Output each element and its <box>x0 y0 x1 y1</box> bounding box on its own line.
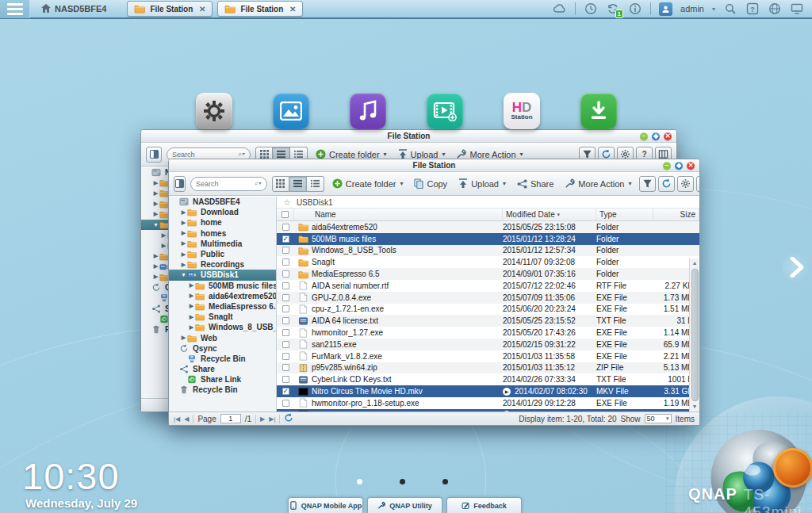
tree-item-download[interactable]: ▶Download <box>169 207 276 217</box>
help-icon[interactable]: ? <box>745 2 760 16</box>
expand-right-icon[interactable]: ▶ <box>152 211 159 217</box>
file-row[interactable]: AIDA 64 license.txt2015/05/25 23:15:52TX… <box>277 315 699 327</box>
dock-button-qnap-utility[interactable]: QNAP Utility <box>367 497 442 513</box>
expand-down-icon[interactable]: ▼ <box>152 222 159 228</box>
close-button[interactable]: ✕ <box>664 132 672 140</box>
file-name[interactable]: AIDA serial number.rtf <box>312 281 503 290</box>
column-name[interactable]: Name <box>312 209 503 220</box>
tree-item-share[interactable]: Share <box>169 364 276 374</box>
view-list-button[interactable] <box>289 176 307 192</box>
file-row[interactable]: AIDA serial number.rtf2015/07/12 22:02:4… <box>277 280 699 292</box>
file-row[interactable]: cpu-z_1.72.1-en.exe2015/06/20 20:23:24EX… <box>277 304 699 316</box>
file-name[interactable]: Nitro Circus The Movie HD.mkv <box>312 387 503 396</box>
file-name[interactable]: MediaEspresso 6.5 <box>312 270 503 278</box>
expand-right-icon[interactable]: ▶ <box>180 209 187 216</box>
file-name[interactable]: hwmonitor_1.27.exe <box>312 328 503 337</box>
file-name[interactable]: hwmonitor-pro_1.18-setup.exe <box>312 399 503 408</box>
row-checkbox[interactable] <box>282 317 289 324</box>
user-menu-caret-icon[interactable]: ▾ <box>712 6 715 13</box>
tree-item-recycle-bin[interactable]: Recycle Bin <box>169 385 276 395</box>
front-window-titlebar[interactable]: File Station − ◆ ✕ <box>169 159 699 172</box>
play-icon[interactable]: ▶ <box>503 388 511 396</box>
expand-right-icon[interactable]: ▶ <box>180 240 187 247</box>
next-page-icon[interactable]: ▶ <box>260 415 265 423</box>
file-name[interactable]: san2115.exe <box>312 340 503 349</box>
first-page-icon[interactable]: |◀ <box>174 415 180 423</box>
row-checkbox[interactable] <box>282 258 289 266</box>
expand-right-icon[interactable]: ▶ <box>180 251 187 258</box>
file-row[interactable]: ✓Nitro Circus The Movie HD.mkv▶2014/02/0… <box>277 385 699 397</box>
expand-right-icon[interactable]: ▶ <box>180 262 187 268</box>
vertical-scrollbar[interactable]: ▲ ▼ <box>689 258 699 412</box>
scroll-up-icon[interactable]: ▲ <box>692 258 698 268</box>
search-box[interactable]: ⌕▾ <box>190 177 267 191</box>
expand-right-icon[interactable]: ▶ <box>180 230 187 236</box>
tab-file-station-1[interactable]: File Station✕ <box>127 1 213 17</box>
search-filter-icon[interactable]: ⌕▾ <box>238 150 245 159</box>
file-row[interactable]: CyberLink CD Keys.txt2014/02/26 07:33:34… <box>277 373 699 385</box>
tree-item-usbdisk1[interactable]: ▼USBDisk1 <box>169 270 276 280</box>
minimize-button[interactable]: − <box>640 132 648 140</box>
expand-right-icon[interactable]: ▶ <box>188 282 195 289</box>
tab-close-icon[interactable]: ✕ <box>289 5 296 13</box>
file-row[interactable]: san2115.exe2015/02/15 09:31:22EXE File65… <box>277 339 699 350</box>
file-name[interactable]: CyberLink CD Keys.txt <box>312 375 503 384</box>
upload-button[interactable]: Upload▾ <box>455 175 509 193</box>
language-icon[interactable] <box>768 2 782 16</box>
sidebar-toggle-button[interactable] <box>174 176 186 192</box>
pager-dot-3[interactable] <box>442 479 448 484</box>
pager-dot-1[interactable] <box>357 479 362 484</box>
file-row[interactable]: GPU-Z.0.8.4.exe2015/07/09 11:35:06EXE Fi… <box>277 292 699 304</box>
background-task-icon[interactable] <box>584 2 598 16</box>
page-size-select[interactable]: 50▾ <box>645 414 672 423</box>
tab-file-station-2[interactable]: File Station✕ <box>217 1 303 17</box>
desktop-icon-photo-station[interactable] <box>273 93 309 129</box>
filter-button[interactable] <box>639 176 656 192</box>
column-size[interactable]: Size <box>653 209 699 220</box>
row-checkbox[interactable] <box>282 294 289 301</box>
close-button[interactable]: ✕ <box>687 162 695 170</box>
maximize-button[interactable]: ◆ <box>652 132 660 140</box>
row-checkbox[interactable]: ✓ <box>282 235 289 243</box>
expand-right-icon[interactable]: ▶ <box>152 190 159 197</box>
desktop-icon-hd-station[interactable]: HDStation <box>504 93 540 129</box>
dock-button-feedback[interactable]: Feedback <box>446 497 522 513</box>
column-modified[interactable]: Modified Date ▾ <box>503 209 596 220</box>
back-window-titlebar[interactable]: File Station − ◆ ✕ <box>141 130 676 143</box>
row-checkbox[interactable]: ✓ <box>282 388 289 395</box>
file-row[interactable]: Windows_8_USB_Tools2015/01/12 12:57:34Fo… <box>277 245 699 257</box>
create-folder-button[interactable]: Create folder▾ <box>329 175 407 193</box>
user-avatar[interactable] <box>659 2 672 16</box>
help-button[interactable]: ? <box>696 176 700 192</box>
tree-item-home[interactable]: ▶home <box>169 217 276 228</box>
tab-close-icon[interactable]: ✕ <box>199 5 205 13</box>
favorite-star-icon[interactable]: ☆ <box>283 197 291 208</box>
dock-button-qnap-mobile-app[interactable]: QNAP Mobile App <box>288 497 363 513</box>
tree-item-web[interactable]: ▶Web <box>169 332 276 343</box>
expand-right-icon[interactable]: ▶ <box>160 243 167 249</box>
view-detail-button[interactable] <box>307 176 324 192</box>
more-action-button[interactable]: More Action▾ <box>561 175 634 193</box>
file-name[interactable]: Windows_8_USB_Tools <box>312 246 503 255</box>
minimize-button[interactable]: − <box>663 162 671 170</box>
file-row[interactable]: ✓500MB music files2015/01/12 13:28:24Fol… <box>277 233 699 245</box>
copy-button[interactable]: Copy <box>411 175 450 193</box>
external-device-icon[interactable]: 1 <box>606 2 620 16</box>
row-checkbox[interactable] <box>282 341 289 348</box>
row-checkbox[interactable] <box>282 364 289 371</box>
file-row[interactable]: MediaEspresso 6.52014/09/01 07:35:16Fold… <box>277 268 699 280</box>
tree-item-homes[interactable]: ▶homes <box>169 228 276 239</box>
tree-item-public[interactable]: ▶Public <box>169 249 276 259</box>
expand-right-icon[interactable]: ▶ <box>188 324 195 331</box>
file-row[interactable]: aida64extreme5202015/05/25 23:15:08Folde… <box>277 221 699 233</box>
expand-right-icon[interactable]: ▶ <box>160 232 167 239</box>
desktop-icon-download-station[interactable] <box>580 93 617 129</box>
file-name[interactable]: FurMark_v1.8.2.exe <box>312 352 503 361</box>
file-name[interactable]: GPU-Z.0.8.4.exe <box>312 293 503 302</box>
row-checkbox[interactable] <box>282 305 289 312</box>
expand-right-icon[interactable]: ▶ <box>152 263 159 270</box>
settings-button[interactable] <box>677 176 694 192</box>
expand-right-icon[interactable]: ▶ <box>152 201 159 207</box>
file-name[interactable]: aida64extreme520 <box>312 223 503 232</box>
tree-item-recycle-bin[interactable]: Recycle Bin <box>169 354 276 364</box>
